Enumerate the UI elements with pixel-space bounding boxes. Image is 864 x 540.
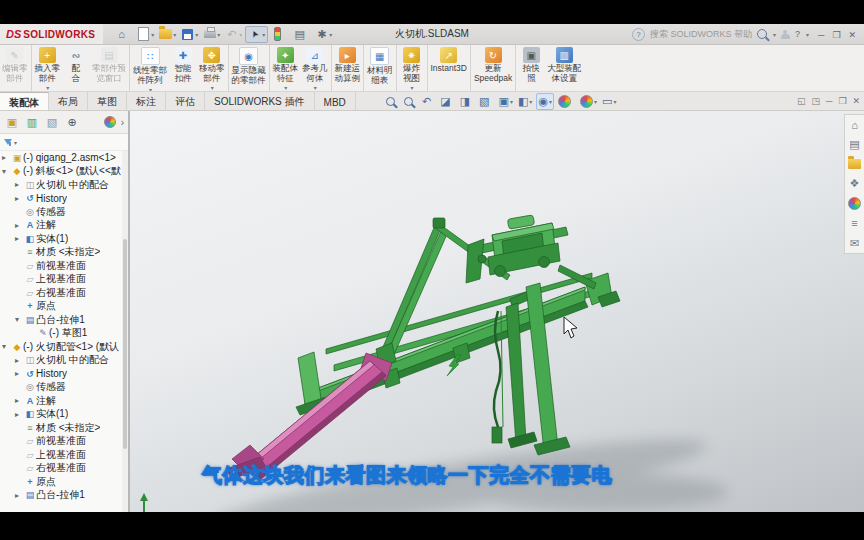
expand-arrow-icon[interactable] xyxy=(15,356,24,365)
view-palette-icon[interactable]: ❖ xyxy=(847,176,863,192)
search-help-input[interactable]: 搜索 SOLIDWORKS 帮助 xyxy=(650,28,752,41)
dropdown-arrow-icon[interactable]: ▾ xyxy=(284,84,287,91)
close-doc-button[interactable]: ✕ xyxy=(852,96,860,106)
expand-arrow-icon[interactable] xyxy=(15,221,24,230)
dropdown-arrow-icon[interactable]: ▾ xyxy=(195,31,198,38)
tree-item[interactable]: (-) 草图1 xyxy=(0,327,122,341)
expand-arrow-icon[interactable] xyxy=(15,369,24,378)
performance-evaluation-button[interactable]: ▾ xyxy=(269,27,290,42)
expand-arrow-icon[interactable] xyxy=(2,167,11,176)
ribbon-button[interactable]: 线性零部 件阵列 ▾ xyxy=(129,45,169,91)
expand-arrow-icon[interactable] xyxy=(15,180,24,189)
tree-item[interactable]: 材质 <未指定> xyxy=(0,421,122,435)
search-dropdown-icon[interactable]: ▾ xyxy=(773,31,776,38)
ribbon-button[interactable]: 装配体 特征 ▾ xyxy=(269,45,301,91)
tree-item[interactable]: History xyxy=(0,192,122,206)
display-style-icon[interactable]: ◧ ▾ xyxy=(517,94,533,109)
tree-item[interactable]: 注解 xyxy=(0,219,122,233)
tree-item[interactable]: 右视基准面 xyxy=(0,462,122,476)
ribbon-button[interactable]: 智能 扣件 ▾ xyxy=(169,45,197,91)
configurationmanager-tab[interactable] xyxy=(44,116,60,129)
tree-item[interactable]: 材质 <未指定> xyxy=(0,246,122,260)
print-button[interactable]: ▾ xyxy=(201,27,222,42)
tree-scrollbar[interactable] xyxy=(122,151,128,515)
ribbon-button[interactable]: 零部件预 览窗口 ▾ xyxy=(90,45,128,91)
zoom-area-icon[interactable]: ▾ xyxy=(403,96,418,107)
dimxpertmanager-tab[interactable] xyxy=(64,116,80,129)
ribbon-button[interactable]: 显示隐藏 的零部件 ▾ xyxy=(228,45,268,91)
expand-arrow-icon[interactable] xyxy=(15,491,24,500)
dropdown-arrow-icon[interactable]: ▾ xyxy=(329,31,332,38)
cascade-windows-button[interactable]: ◳ xyxy=(811,96,820,106)
help-dropdown-icon[interactable]: ▾ xyxy=(806,31,809,38)
zoom-fit-icon[interactable]: ▾ xyxy=(385,96,400,107)
previous-view-icon[interactable]: ↶ ▾ xyxy=(421,94,436,109)
design-library-icon[interactable]: ▤ xyxy=(847,137,863,153)
tree-item[interactable]: 上视基准面 xyxy=(0,448,122,462)
restore-doc-button[interactable]: ❒ xyxy=(838,96,846,106)
dropdown-arrow-icon[interactable]: ▾ xyxy=(549,98,552,105)
close-button[interactable]: ✕ xyxy=(844,30,860,40)
expand-arrow-icon[interactable] xyxy=(15,194,24,203)
forum-icon[interactable]: ✉ xyxy=(847,235,863,251)
ribbon-button[interactable]: 参考几 何体 ▾ xyxy=(300,45,330,91)
dropdown-arrow-icon[interactable]: ▾ xyxy=(217,31,220,38)
dropdown-arrow-icon[interactable]: ▾ xyxy=(529,98,532,105)
ribbon-button[interactable]: 大型装配 体设置 ▾ xyxy=(545,45,583,91)
tree-item[interactable]: 原点 xyxy=(0,475,122,489)
command-tab[interactable]: SOLIDWORKS 插件 xyxy=(205,92,315,110)
dropdown-arrow-icon[interactable]: ▾ xyxy=(613,98,616,105)
command-tab[interactable]: 装配体 xyxy=(0,92,49,110)
expand-arrow-icon[interactable] xyxy=(15,396,24,405)
dropdown-arrow-icon[interactable]: ▾ xyxy=(46,84,49,91)
dropdown-arrow-icon[interactable]: ▾ xyxy=(173,31,176,38)
dropdown-arrow-icon[interactable]: ▾ xyxy=(314,84,317,91)
tree-item[interactable]: 上视基准面 xyxy=(0,273,122,287)
undo-button[interactable]: ↶ ▾ xyxy=(223,27,244,42)
dropdown-arrow-icon[interactable]: ▾ xyxy=(239,31,242,38)
login-user-icon[interactable] xyxy=(781,30,790,39)
panel-expand-chevron[interactable]: › xyxy=(121,117,128,128)
tree-item[interactable]: 实体(1) xyxy=(0,232,122,246)
annotation-views-icon[interactable]: ◨ ▾ xyxy=(459,94,475,109)
ribbon-button[interactable]: 拍快 照 ▾ xyxy=(515,45,545,91)
command-tab[interactable]: 布局 xyxy=(49,92,88,110)
tree-item[interactable]: 传感器 xyxy=(0,381,122,395)
tree-item[interactable]: 右视基准面 xyxy=(0,286,122,300)
dropdown-arrow-icon[interactable]: ▾ xyxy=(510,98,513,105)
help-menu[interactable]: ? xyxy=(795,29,800,39)
minimize-doc-button[interactable]: ─ xyxy=(826,96,832,106)
home-button[interactable]: ⌂ ▾ xyxy=(113,27,134,42)
expand-arrow-icon[interactable] xyxy=(15,410,24,419)
ribbon-button[interactable]: 新建运 动算例 ▾ xyxy=(331,45,363,91)
drawing-3d-view-icon[interactable]: ▧ ▾ xyxy=(478,94,494,109)
view-orientation-icon[interactable]: ▣ ▾ xyxy=(498,94,514,109)
ribbon-button[interactable]: 材料明 细表 ▾ xyxy=(363,45,395,91)
tree-item[interactable]: (-) 斜板<1> (默认<<默 xyxy=(0,165,122,179)
tree-item[interactable]: (-) qigang_2.asm<1> xyxy=(0,151,122,165)
dropdown-arrow-icon[interactable]: ▾ xyxy=(410,84,413,91)
select-button[interactable]: ➤ ▾ xyxy=(245,26,268,43)
filter-dropdown-icon[interactable]: ▾ xyxy=(14,139,17,146)
solidworks-resources-icon[interactable]: ⌂ xyxy=(847,117,863,133)
featuremanager-tab[interactable] xyxy=(4,116,20,129)
expand-arrow-icon[interactable] xyxy=(2,342,11,351)
search-icon[interactable] xyxy=(757,29,767,39)
open-button[interactable]: ▾ xyxy=(157,27,178,42)
ribbon-button[interactable]: 移动零 部件 ▾ xyxy=(197,45,227,91)
command-tab[interactable]: 评估 xyxy=(166,92,205,110)
propertymanager-tab[interactable] xyxy=(24,116,40,129)
new-document-button[interactable]: ▾ xyxy=(135,27,156,42)
tree-item[interactable]: 原点 xyxy=(0,300,122,314)
appearances-scenes-icon[interactable] xyxy=(847,196,863,212)
command-tab[interactable]: 标注 xyxy=(127,92,166,110)
file-explorer-icon[interactable] xyxy=(847,156,863,172)
options-list-button[interactable]: ▤ ▾ xyxy=(291,27,312,42)
displaymanager-tab[interactable] xyxy=(84,116,100,129)
tree-item[interactable]: 火切机 中的配合 xyxy=(0,354,122,368)
ribbon-button[interactable]: 编辑零 部件 ▾ xyxy=(0,45,30,91)
restore-button[interactable]: ❒ xyxy=(828,30,844,40)
tree-item[interactable]: 实体(1) xyxy=(0,408,122,422)
ribbon-button[interactable]: 更新 Speedpak ▾ xyxy=(470,45,514,91)
tree-item[interactable]: 火切机 中的配合 xyxy=(0,178,122,192)
